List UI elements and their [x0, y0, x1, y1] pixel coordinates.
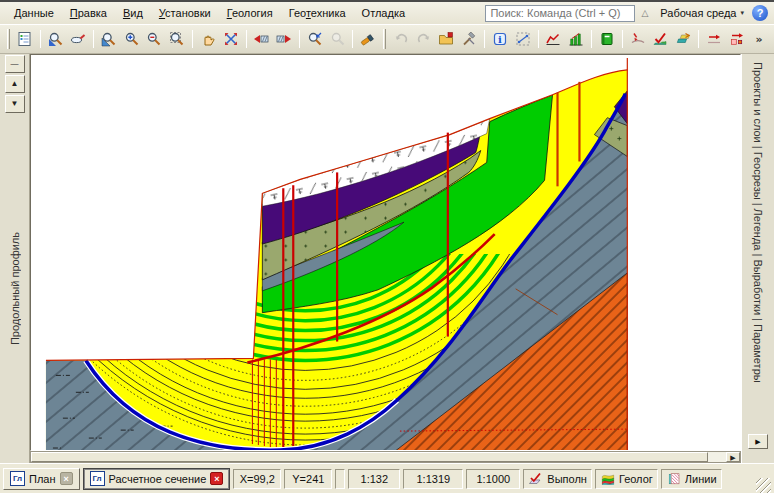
zoom-fit-button[interactable]	[220, 28, 242, 50]
tab-design-section-label: Расчетное сечение	[109, 473, 207, 485]
flashlight-icon	[360, 31, 376, 47]
menu-item-3[interactable]: Установки	[151, 5, 219, 21]
book-icon	[599, 31, 615, 47]
band-right-button[interactable]	[273, 28, 295, 50]
right-panel-strip: Проекты и слои | Геосрезы | Легенда | Вы…	[741, 54, 774, 463]
zoom-extents-icon	[169, 31, 185, 47]
overflow-icon	[751, 31, 767, 47]
check-map-button[interactable]	[650, 28, 672, 50]
zoom-object-button[interactable]	[67, 28, 89, 50]
tab-plan-close-icon[interactable]: ×	[60, 472, 73, 485]
zoom-out-button[interactable]	[144, 28, 166, 50]
application-window: ДанныеПравкаВидУстановкиГеологияГеотехни…	[0, 0, 774, 493]
workspace-switcher[interactable]: Рабочая среда	[660, 7, 736, 19]
zoom-in-button[interactable]	[121, 28, 143, 50]
zoom-next-icon	[330, 31, 346, 47]
toggle-geology[interactable]: Геолог	[595, 469, 658, 489]
hscroll-right-arrow[interactable]: ▶	[726, 452, 740, 462]
horizontal-scrollbar[interactable]: ▶	[30, 451, 741, 463]
help-icon[interactable]: ?	[752, 5, 768, 21]
toolbar-sep	[591, 30, 592, 48]
tools-icon	[461, 31, 477, 47]
band-left-button[interactable]	[251, 28, 273, 50]
resize-grip[interactable]	[756, 478, 771, 493]
zoom-next-button[interactable]	[327, 28, 349, 50]
geonics-logo-icon: Гл	[90, 471, 105, 486]
band-left-icon	[253, 31, 269, 47]
project-folder-button[interactable]	[436, 28, 458, 50]
layers-copy-button[interactable]	[672, 28, 694, 50]
arrow-box-button[interactable]	[726, 28, 748, 50]
toolbar-sep	[698, 30, 699, 48]
right-tab-1[interactable]: Геосрезы	[752, 152, 764, 200]
tab-design-section[interactable]: Гл Расчетное сечение ×	[83, 468, 231, 490]
flashlight-button[interactable]	[357, 28, 379, 50]
sheet-properties-button[interactable]	[14, 28, 36, 50]
menu-item-0[interactable]: Данные	[6, 5, 62, 21]
zoom-selected-icon	[48, 31, 64, 47]
menu-item-5[interactable]: Геотехника	[281, 5, 354, 21]
toggle-lines[interactable]: Линии	[661, 469, 722, 489]
surface-arrow-icon	[630, 31, 646, 47]
hscroll-track[interactable]	[708, 452, 726, 462]
right-panel-tabs: Проекты и слои | Геосрезы | Легенда | Вы…	[752, 62, 764, 383]
panel-down-button[interactable]: ▼	[5, 95, 25, 113]
measure-button[interactable]	[512, 28, 534, 50]
zoom-to-selection-icon	[101, 31, 117, 47]
right-tab-3[interactable]: Выработки	[752, 259, 764, 315]
right-tab-4[interactable]: Параметры	[752, 324, 764, 383]
toolbar-sep	[246, 30, 247, 48]
pan-hand-icon	[200, 31, 216, 47]
zoom-out-icon	[146, 31, 162, 47]
hscroll-thumb[interactable]	[31, 452, 708, 462]
overflow-button[interactable]	[748, 28, 770, 50]
panel-expand-button[interactable]: ▶	[748, 434, 768, 449]
check-toggle-icon	[528, 472, 544, 486]
layers-copy-icon	[675, 31, 691, 47]
x-coordinate-readout: X=99,2	[233, 469, 281, 489]
toolbar-grip	[7, 29, 10, 49]
menu-item-1[interactable]: Правка	[62, 5, 115, 21]
tools-button[interactable]	[458, 28, 480, 50]
zoom-previous-button[interactable]	[304, 28, 326, 50]
toggle-geology-label: Геолог	[619, 473, 653, 485]
undo-button[interactable]	[390, 28, 412, 50]
right-tab-2[interactable]: Легенда	[752, 209, 764, 251]
main-area: — ▲ ▼ Продольный профиль	[0, 54, 774, 463]
drawing-canvas[interactable]	[30, 54, 741, 451]
sheet-properties-icon	[17, 31, 33, 47]
surface-arrow-button[interactable]	[627, 28, 649, 50]
toolbar-sep	[93, 30, 94, 48]
panel-collapse-button[interactable]: —	[5, 55, 25, 73]
info-button[interactable]	[489, 28, 511, 50]
menu-item-2[interactable]: Вид	[115, 5, 151, 21]
bars-chart-button[interactable]	[565, 28, 587, 50]
info-icon	[492, 31, 508, 47]
zoom-in-icon	[124, 31, 140, 47]
right-tab-separator: |	[752, 143, 764, 152]
status-bar: Гл План × Гл Расчетное сечение × X=99,2 …	[0, 463, 774, 493]
arrow-line-button[interactable]	[703, 28, 725, 50]
workspace-caret-icon: ▾	[740, 9, 744, 17]
toggle-lines-label: Линии	[685, 473, 717, 485]
menu-item-6[interactable]: Отладка	[354, 5, 413, 21]
panel-up-button[interactable]: ▲	[5, 75, 25, 93]
pan-hand-button[interactable]	[197, 28, 219, 50]
right-tab-separator: |	[752, 200, 764, 209]
bars-chart-icon	[568, 31, 584, 47]
book-button[interactable]	[596, 28, 618, 50]
tab-plan[interactable]: Гл План ×	[3, 468, 80, 490]
zoom-to-selection-button[interactable]	[98, 28, 120, 50]
tab-design-section-close-icon[interactable]: ×	[210, 472, 223, 485]
right-tab-0[interactable]: Проекты и слои	[752, 62, 764, 143]
profile-chart-button[interactable]	[543, 28, 565, 50]
zoom-previous-icon	[307, 31, 323, 47]
longitudinal-profile-tab[interactable]: Продольный профиль	[9, 232, 21, 345]
redo-button[interactable]	[413, 28, 435, 50]
command-search-input[interactable]	[485, 5, 635, 22]
toggle-execute[interactable]: Выполн	[523, 469, 592, 489]
zoom-extents-button[interactable]	[166, 28, 188, 50]
zoom-selected-button[interactable]	[45, 28, 67, 50]
search-options-icon[interactable]: △	[641, 8, 648, 18]
menu-item-4[interactable]: Геология	[219, 5, 281, 21]
